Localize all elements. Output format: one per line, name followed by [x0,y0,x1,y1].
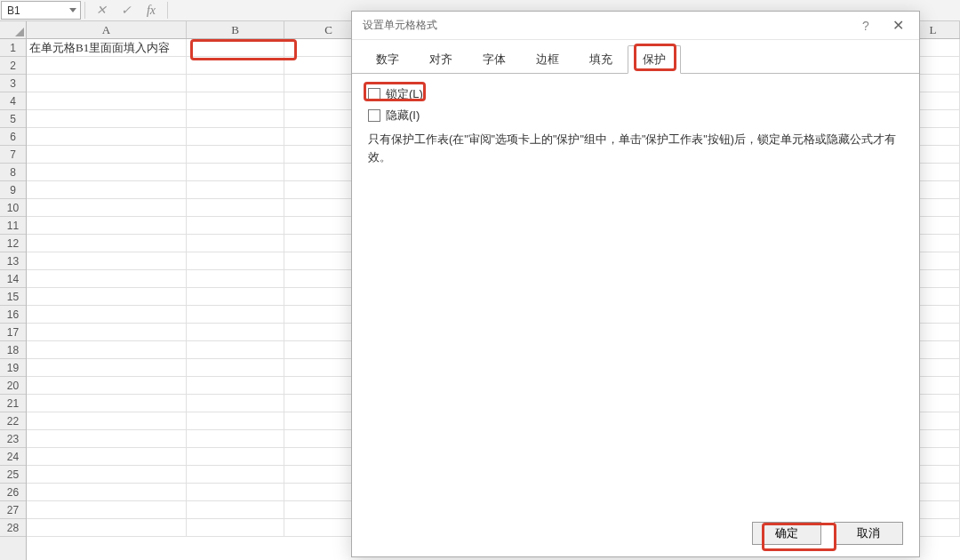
row-header[interactable]: 13 [0,252,26,270]
cell[interactable] [27,359,187,377]
cell[interactable] [187,324,284,341]
cell[interactable] [187,430,284,448]
tab-number[interactable]: 数字 [361,45,414,74]
close-icon[interactable]: ✕ [882,17,914,34]
row-header[interactable]: 27 [0,501,26,519]
cell-b1[interactable] [187,39,284,57]
cell[interactable] [187,110,284,128]
cell[interactable] [187,164,284,181]
cell[interactable] [187,57,284,75]
cell[interactable] [27,252,187,270]
cell[interactable] [27,412,187,430]
cell[interactable] [187,288,284,306]
formula-confirm-icon[interactable]: ✓ [114,0,139,20]
tab-border[interactable]: 边框 [521,45,574,74]
row-header[interactable]: 5 [0,110,26,128]
cell[interactable] [187,466,284,484]
cell[interactable] [187,217,284,235]
row-header[interactable]: 21 [0,395,26,412]
cell[interactable] [27,430,187,448]
cell[interactable] [27,270,187,288]
tab-protection[interactable]: 保护 [628,45,681,74]
row-header[interactable]: 28 [0,519,26,537]
cell[interactable] [27,164,187,181]
cancel-button[interactable]: 取消 [834,522,903,545]
cell[interactable] [27,57,187,75]
cell[interactable] [27,448,187,466]
hidden-checkbox[interactable] [368,109,380,122]
cell[interactable] [187,412,284,430]
row-header[interactable]: 15 [0,288,26,306]
cell[interactable] [187,484,284,501]
cell[interactable] [27,484,187,501]
cell[interactable] [187,252,284,270]
col-header-a[interactable]: A [27,21,187,38]
cell[interactable] [187,235,284,252]
cell[interactable] [187,306,284,324]
cell[interactable] [187,199,284,217]
tab-alignment[interactable]: 对齐 [414,45,468,74]
cell[interactable] [27,519,187,537]
chevron-down-icon[interactable] [69,8,76,12]
cell[interactable] [27,306,187,324]
cell[interactable] [27,235,187,252]
cell[interactable] [27,466,187,484]
cell[interactable] [27,377,187,395]
row-header[interactable]: 8 [0,164,26,181]
row-header[interactable]: 16 [0,306,26,324]
cell[interactable] [27,395,187,412]
row-header[interactable]: 10 [0,199,26,217]
cell[interactable] [27,324,187,341]
row-header[interactable]: 19 [0,359,26,377]
cell[interactable] [27,341,187,359]
row-header[interactable]: 20 [0,377,26,395]
cell[interactable] [27,128,187,146]
ok-button[interactable]: 确定 [752,522,821,545]
cell[interactable] [187,75,284,92]
cell[interactable] [27,217,187,235]
cell[interactable] [187,92,284,110]
name-box[interactable]: B1 [1,1,81,20]
row-header[interactable]: 2 [0,57,26,75]
row-header[interactable]: 14 [0,270,26,288]
row-header[interactable]: 18 [0,341,26,359]
row-header[interactable]: 6 [0,128,26,146]
row-header[interactable]: 24 [0,448,26,466]
cell[interactable] [27,199,187,217]
cell[interactable] [27,146,187,164]
lock-checkbox[interactable] [368,88,380,100]
cell[interactable] [27,501,187,519]
tab-fill[interactable]: 填充 [574,45,628,74]
row-header[interactable]: 17 [0,324,26,341]
select-all-corner[interactable] [0,21,27,39]
cell[interactable] [187,359,284,377]
row-header[interactable]: 25 [0,466,26,484]
help-icon[interactable]: ? [850,19,882,33]
cell[interactable] [187,519,284,537]
cell[interactable] [187,270,284,288]
cell[interactable] [187,395,284,412]
cell[interactable] [187,501,284,519]
row-header[interactable]: 3 [0,75,26,92]
dialog-titlebar[interactable]: 设置单元格格式 ? ✕ [352,12,919,40]
tab-font[interactable]: 字体 [468,45,521,74]
cell[interactable] [27,75,187,92]
row-header[interactable]: 26 [0,484,26,501]
col-header-b[interactable]: B [187,21,284,38]
cell[interactable] [187,341,284,359]
cell[interactable] [187,181,284,199]
cell[interactable] [27,288,187,306]
fx-icon[interactable]: fx [139,0,164,20]
row-header[interactable]: 22 [0,412,26,430]
row-header[interactable]: 11 [0,217,26,235]
row-header[interactable]: 12 [0,235,26,252]
row-header[interactable]: 9 [0,181,26,199]
row-header[interactable]: 7 [0,146,26,164]
cell[interactable] [27,110,187,128]
cell[interactable] [187,377,284,395]
cell-a1[interactable]: 在单元格B1里面面填入内容 [27,39,187,57]
cell[interactable] [187,146,284,164]
row-header[interactable]: 23 [0,430,26,448]
formula-cancel-icon[interactable]: ✕ [89,0,114,20]
cell[interactable] [187,448,284,466]
